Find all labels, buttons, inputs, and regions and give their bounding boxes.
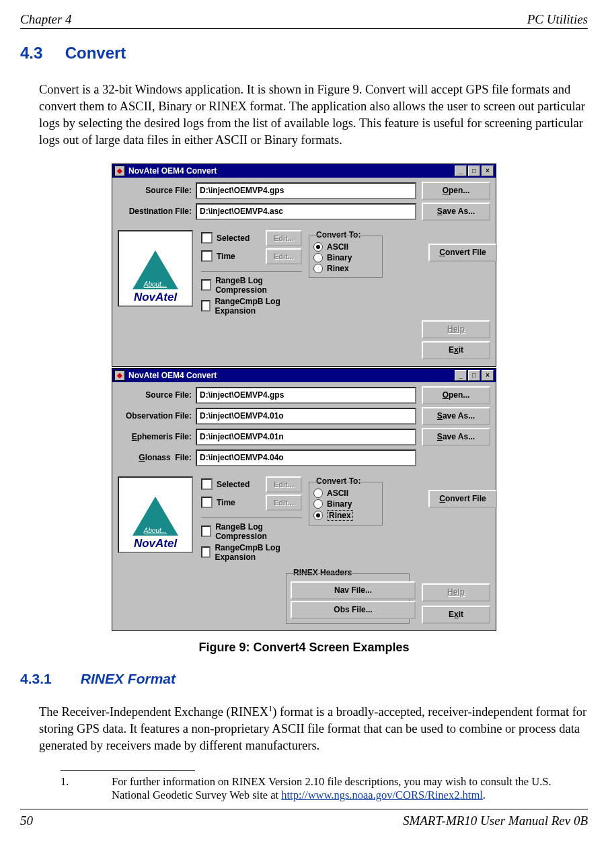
- subsection-title: RINEX Format: [81, 671, 176, 686]
- ephemeris-file-field[interactable]: D:\inject\OEMVP4.01n: [196, 429, 416, 445]
- destination-file-field[interactable]: D:\inject\OEMVP4.asc: [196, 203, 416, 220]
- about-label: About...: [144, 281, 167, 288]
- time-edit-button: Edit...: [266, 248, 302, 264]
- section-heading: 4.3 Convert: [20, 44, 588, 63]
- maximize-button[interactable]: □: [468, 166, 480, 176]
- binary-radio[interactable]: [313, 253, 323, 262]
- source-file-field[interactable]: D:\inject\OEMVP4.gps: [196, 387, 416, 404]
- convert-to-group: ASCII Binary Rinex: [309, 236, 383, 278]
- saveas-button-2[interactable]: Save As...: [422, 428, 490, 446]
- rangeb-checkbox[interactable]: [201, 526, 211, 537]
- saveas-button[interactable]: Save As...: [422, 407, 490, 425]
- novatel-brand: NovAtel: [134, 537, 177, 552]
- help-button: Help: [422, 583, 490, 602]
- selected-label: Selected: [217, 233, 250, 243]
- app-icon: ◆: [114, 370, 125, 381]
- rinex-paragraph: The Receiver-Independent Exchange (RINEX…: [39, 703, 588, 754]
- window-title: NovAtel OEM4 Convert: [128, 371, 217, 380]
- time-label: Time: [217, 498, 235, 507]
- selected-edit-button: Edit...: [266, 230, 302, 246]
- figure-caption: Figure 9: Convert4 Screen Examples: [20, 641, 588, 655]
- destination-file-label: Destination File:: [118, 207, 196, 216]
- binary-radio[interactable]: [313, 499, 323, 509]
- rinex-radio[interactable]: [313, 511, 323, 520]
- selected-edit-button: Edit...: [266, 476, 302, 493]
- app-icon: ◆: [114, 166, 125, 176]
- time-label: Time: [217, 252, 235, 261]
- binary-label: Binary: [327, 499, 352, 509]
- page-number: 50: [20, 813, 33, 828]
- rinex-radio[interactable]: [313, 264, 323, 273]
- ascii-label: ASCII: [327, 489, 348, 498]
- subsection-number: 4.3.1: [20, 671, 77, 687]
- close-button[interactable]: ×: [482, 370, 494, 381]
- binary-label: Binary: [327, 253, 352, 262]
- header-chapter: Chapter 4: [20, 12, 72, 27]
- footer-rule: [20, 809, 588, 809]
- novatel-brand: NovAtel: [134, 291, 177, 305]
- time-edit-button: Edit...: [266, 495, 302, 511]
- maximize-button[interactable]: □: [468, 370, 480, 381]
- open-button[interactable]: Open...: [422, 386, 490, 404]
- rangeb-label: RangeB Log Compression: [215, 522, 302, 541]
- source-file-label: Source File:: [118, 186, 196, 195]
- selected-label: Selected: [217, 480, 250, 489]
- header-section: PC Utilities: [527, 12, 588, 27]
- rangeb-label: RangeB Log Compression: [215, 276, 302, 295]
- convert-to-group: ASCII Binary Rinex: [309, 482, 383, 526]
- convert-window-ascii: ◆ NovAtel OEM4 Convert _ □ × Source File…: [112, 164, 496, 367]
- selected-checkbox[interactable]: [201, 232, 213, 244]
- exit-button[interactable]: Exit: [422, 606, 490, 624]
- footnote-1: 1. For further information on RINEX Vers…: [61, 775, 588, 802]
- time-checkbox[interactable]: [201, 497, 213, 508]
- titlebar[interactable]: ◆ NovAtel OEM4 Convert _ □ ×: [112, 369, 496, 382]
- ascii-radio[interactable]: [313, 242, 323, 252]
- subsection-heading: 4.3.1 RINEX Format: [20, 671, 588, 687]
- intro-paragraph: Convert is a 32-bit Windows application.…: [39, 81, 588, 149]
- footnote-link[interactable]: http://www.ngs.noaa.gov/CORS/Rinex2.html: [281, 789, 483, 801]
- rinex-headers-group: Nav File... Obs File...: [286, 573, 410, 624]
- time-checkbox[interactable]: [201, 250, 213, 262]
- rangeb-checkbox[interactable]: [201, 279, 211, 291]
- open-button[interactable]: Open...: [422, 182, 490, 200]
- selected-checkbox[interactable]: [201, 478, 213, 490]
- section-number: 4.3: [20, 44, 61, 63]
- footnote-number: 1.: [61, 775, 112, 802]
- obs-file-button[interactable]: Obs File...: [291, 601, 416, 619]
- rinex-label: Rinex: [327, 510, 353, 521]
- saveas-button[interactable]: Save As...: [422, 203, 490, 221]
- source-file-label: Source File:: [118, 390, 196, 400]
- page-footer: 50 SMART-MR10 User Manual Rev 0B: [20, 813, 588, 838]
- convert-window-rinex: ◆ NovAtel OEM4 Convert _ □ × Source File…: [112, 368, 496, 631]
- rangecmp-checkbox[interactable]: [201, 546, 211, 558]
- rangecmp-label: RangeCmpB Log Expansion: [215, 543, 302, 562]
- about-label: About...: [144, 527, 167, 534]
- ephemeris-file-label: Ephemeris File:: [118, 432, 196, 441]
- source-file-field[interactable]: D:\inject\OEMVP4.gps: [196, 182, 416, 199]
- minimize-button[interactable]: _: [455, 166, 467, 176]
- close-button[interactable]: ×: [482, 166, 494, 176]
- rangecmp-checkbox[interactable]: [201, 300, 211, 312]
- footnote-separator: [61, 770, 195, 771]
- convert-file-button[interactable]: Convert File: [428, 490, 497, 508]
- about-logo[interactable]: About... NovAtel: [118, 230, 193, 307]
- window-title: NovAtel OEM4 Convert: [128, 166, 217, 176]
- manual-title: SMART-MR10 User Manual Rev 0B: [403, 813, 588, 828]
- figure-9: ◆ NovAtel OEM4 Convert _ □ × Source File…: [20, 164, 588, 655]
- observation-file-label: Observation File:: [118, 411, 196, 421]
- nav-file-button[interactable]: Nav File...: [291, 581, 416, 600]
- glonass-file-field[interactable]: D:\inject\OEMVP4.04o: [196, 449, 416, 466]
- observation-file-field[interactable]: D:\inject\OEMVP4.01o: [196, 408, 416, 425]
- rangecmp-label: RangeCmpB Log Expansion: [215, 297, 302, 316]
- ascii-label: ASCII: [327, 242, 348, 252]
- about-logo[interactable]: About... NovAtel: [118, 476, 193, 553]
- help-button: Help: [422, 320, 490, 338]
- exit-button[interactable]: Exit: [422, 341, 490, 359]
- page-header: Chapter 4 PC Utilities: [20, 12, 588, 29]
- rinex-label: Rinex: [327, 264, 349, 273]
- convert-file-button[interactable]: Convert File: [428, 244, 497, 262]
- titlebar[interactable]: ◆ NovAtel OEM4 Convert _ □ ×: [112, 164, 496, 178]
- minimize-button[interactable]: _: [455, 370, 467, 381]
- ascii-radio[interactable]: [313, 489, 323, 498]
- glonass-file-label: Glonass File:: [118, 453, 196, 462]
